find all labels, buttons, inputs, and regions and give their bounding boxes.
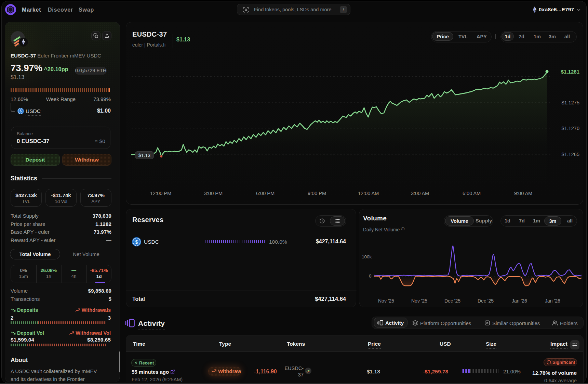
svg-text:$: $	[20, 109, 22, 113]
svg-text:$: $	[135, 239, 138, 245]
